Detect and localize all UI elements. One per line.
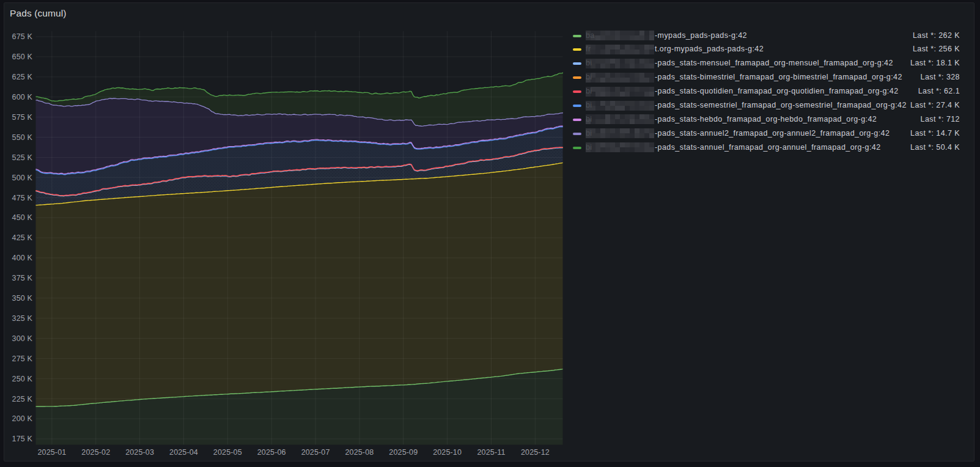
svg-text:2025-08: 2025-08 <box>345 448 374 457</box>
svg-text:350 K: 350 K <box>12 294 33 303</box>
svg-text:300 K: 300 K <box>12 334 33 343</box>
svg-text:2025-12: 2025-12 <box>521 448 550 457</box>
svg-text:2025-05: 2025-05 <box>213 448 242 457</box>
svg-text:675 K: 675 K <box>12 32 33 41</box>
svg-text:200 K: 200 K <box>12 414 33 423</box>
svg-text:2025-02: 2025-02 <box>81 448 110 457</box>
svg-text:2025-11: 2025-11 <box>477 448 506 457</box>
svg-text:2025-07: 2025-07 <box>301 448 330 457</box>
svg-text:2025-03: 2025-03 <box>125 448 154 457</box>
svg-text:650 K: 650 K <box>12 53 33 61</box>
svg-text:575 K: 575 K <box>12 113 33 122</box>
svg-text:400 K: 400 K <box>12 254 33 262</box>
svg-text:600 K: 600 K <box>12 93 33 101</box>
svg-text:2025-10: 2025-10 <box>433 448 462 457</box>
svg-text:325 K: 325 K <box>12 314 33 323</box>
svg-text:625 K: 625 K <box>12 73 33 81</box>
svg-text:450 K: 450 K <box>12 213 33 222</box>
svg-text:425 K: 425 K <box>12 234 33 242</box>
svg-text:250 K: 250 K <box>12 375 33 383</box>
svg-text:275 K: 275 K <box>12 355 33 363</box>
svg-text:475 K: 475 K <box>12 194 33 202</box>
svg-text:500 K: 500 K <box>12 174 33 182</box>
svg-text:2025-04: 2025-04 <box>169 448 198 457</box>
svg-text:2025-01: 2025-01 <box>37 448 66 457</box>
svg-text:375 K: 375 K <box>12 274 33 282</box>
svg-text:225 K: 225 K <box>12 395 33 403</box>
svg-text:175 K: 175 K <box>12 435 33 443</box>
svg-text:525 K: 525 K <box>12 153 33 162</box>
svg-text:2025-09: 2025-09 <box>389 448 418 457</box>
svg-text:550 K: 550 K <box>12 133 33 142</box>
svg-text:2025-06: 2025-06 <box>257 448 286 457</box>
